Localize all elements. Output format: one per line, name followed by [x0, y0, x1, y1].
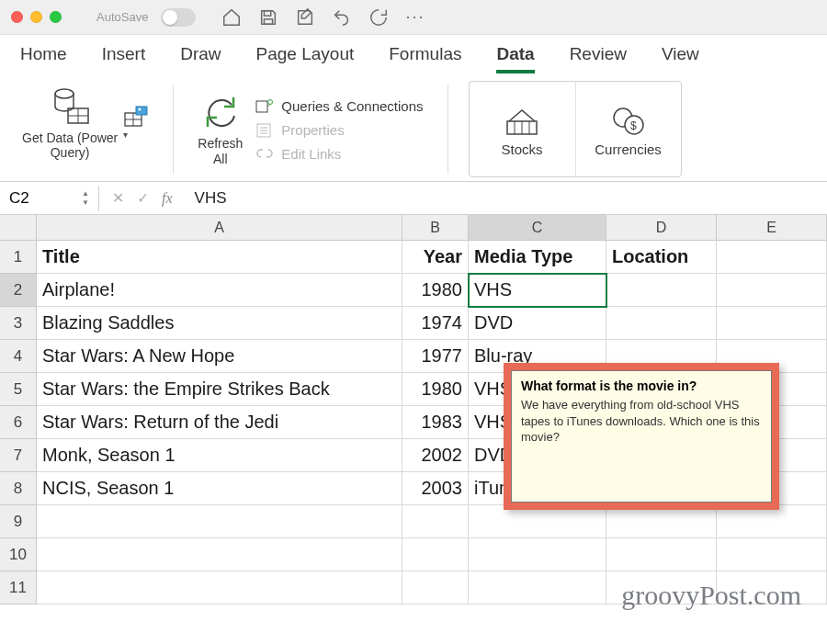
cell-E1[interactable] [717, 241, 827, 274]
tab-insert[interactable]: Insert [102, 44, 146, 73]
traffic-lights [11, 11, 62, 23]
queries-connections-label: Queries & Connections [281, 98, 423, 114]
cell-B5[interactable]: 1980 [402, 373, 469, 406]
cell-C10[interactable] [469, 538, 606, 571]
tab-view[interactable]: View [662, 44, 699, 73]
row-head-1[interactable]: 1 [0, 241, 37, 274]
row-head-11[interactable]: 11 [0, 571, 37, 604]
name-box[interactable]: C2 ▲▼ [0, 186, 99, 211]
svg-point-2 [55, 89, 74, 98]
row-head-6[interactable]: 6 [0, 406, 37, 439]
cell-B8[interactable]: 2003 [402, 472, 469, 505]
cell-C1[interactable]: Media Type [469, 241, 606, 274]
tab-data[interactable]: Data [496, 44, 534, 73]
col-head-b[interactable]: B [402, 215, 469, 241]
svg-text:$: $ [630, 119, 637, 132]
cell-C2[interactable]: VHS [469, 274, 606, 307]
group-queries: Refresh All Queries & Connections Proper… [188, 81, 432, 177]
data-types-gallery[interactable]: Stocks $ Currencies [469, 81, 682, 177]
cell-E10[interactable] [717, 538, 827, 571]
cell-B1[interactable]: Year [402, 241, 469, 274]
zoom-window-button[interactable] [50, 11, 62, 23]
cell-E9[interactable] [717, 505, 827, 538]
cell-C9[interactable] [469, 505, 606, 538]
cell-B10[interactable] [402, 538, 469, 571]
queries-connections-button[interactable]: Queries & Connections [255, 98, 423, 115]
cell-A3[interactable]: Blazing Saddles [37, 307, 402, 340]
cell-D10[interactable] [606, 538, 717, 571]
tab-formulas[interactable]: Formulas [389, 44, 461, 73]
comment-box[interactable]: What format is the movie in? We have eve… [511, 370, 772, 503]
chevron-down-icon[interactable]: ▼ [82, 199, 89, 207]
tab-page-layout[interactable]: Page Layout [256, 44, 355, 73]
chevron-down-icon[interactable]: ▾ [123, 130, 149, 140]
cell-B4[interactable]: 1977 [402, 340, 469, 373]
row-head-9[interactable]: 9 [0, 505, 37, 538]
cell-C3[interactable]: DVD [469, 307, 606, 340]
cell-C11[interactable] [469, 571, 606, 604]
data-type-currencies[interactable]: $ Currencies [575, 82, 681, 176]
col-head-d[interactable]: D [606, 215, 717, 241]
cancel-entry-icon[interactable]: ✕ [112, 189, 124, 207]
svg-point-10 [139, 107, 142, 110]
comment-title: What format is the movie in? [521, 378, 762, 393]
cell-A6[interactable]: Star Wars: Return of the Jedi [37, 406, 402, 439]
cell-B7[interactable]: 2002 [402, 439, 469, 472]
cell-D9[interactable] [606, 505, 717, 538]
data-type-stocks[interactable]: Stocks [470, 82, 575, 176]
cell-B9[interactable] [402, 505, 469, 538]
edit-links-label: Edit Links [281, 146, 341, 162]
cell-A5[interactable]: Star Wars: the Empire Strikes Back [37, 373, 402, 406]
cell-A9[interactable] [37, 505, 402, 538]
watermark: groovyPost.com [621, 580, 801, 611]
more-icon[interactable]: ··· [405, 7, 425, 27]
row-head-4[interactable]: 4 [0, 340, 37, 373]
minimize-window-button[interactable] [30, 11, 42, 23]
svg-point-12 [268, 99, 273, 104]
cell-A2[interactable]: Airplane! [37, 274, 402, 307]
refresh-all-button[interactable]: Refresh All [198, 92, 243, 165]
cell-A11[interactable] [37, 571, 402, 604]
undo-icon[interactable] [332, 7, 352, 28]
tab-review[interactable]: Review [570, 44, 627, 73]
from-picture-button[interactable] [123, 106, 149, 128]
cell-A10[interactable] [37, 538, 402, 571]
close-window-button[interactable] [11, 11, 23, 23]
cell-D1[interactable]: Location [606, 241, 717, 274]
col-head-e[interactable]: E [717, 215, 827, 241]
save-icon[interactable] [258, 7, 278, 28]
cell-B11[interactable] [402, 571, 469, 604]
row-head-8[interactable]: 8 [0, 472, 37, 505]
row-head-3[interactable]: 3 [0, 307, 37, 340]
row-head-2[interactable]: 2 [0, 274, 37, 307]
svg-rect-0 [265, 10, 271, 16]
autosave-toggle[interactable] [161, 8, 196, 27]
formula-value[interactable]: VHS [186, 189, 227, 208]
chevron-up-icon[interactable]: ▲ [82, 190, 89, 198]
cell-A8[interactable]: NCIS, Season 1 [37, 472, 402, 505]
cell-E2[interactable] [717, 274, 827, 307]
cell-A1[interactable]: Title [37, 241, 402, 274]
get-data-button[interactable]: Get Data (Power Query) [22, 85, 118, 160]
cell-A4[interactable]: Star Wars: A New Hope [37, 340, 402, 373]
col-head-a[interactable]: A [37, 215, 402, 241]
redo-icon[interactable] [368, 7, 389, 28]
cell-D2[interactable] [606, 274, 717, 307]
cell-D3[interactable] [606, 307, 717, 340]
home-icon[interactable] [221, 7, 242, 28]
cell-B2[interactable]: 1980 [402, 274, 469, 307]
row-head-7[interactable]: 7 [0, 439, 37, 472]
row-head-5[interactable]: 5 [0, 373, 37, 406]
cell-B6[interactable]: 1983 [402, 406, 469, 439]
select-all-corner[interactable] [0, 215, 37, 241]
row-head-10[interactable]: 10 [0, 538, 37, 571]
tab-draw[interactable]: Draw [180, 44, 221, 73]
save-as-icon[interactable] [295, 7, 315, 28]
fx-icon[interactable]: fx [162, 190, 173, 207]
cell-A7[interactable]: Monk, Season 1 [37, 439, 402, 472]
cell-B3[interactable]: 1974 [402, 307, 469, 340]
tab-home[interactable]: Home [20, 44, 67, 73]
col-head-c[interactable]: C [469, 215, 606, 241]
accept-entry-icon[interactable]: ✓ [137, 189, 149, 207]
cell-E3[interactable] [717, 307, 827, 340]
